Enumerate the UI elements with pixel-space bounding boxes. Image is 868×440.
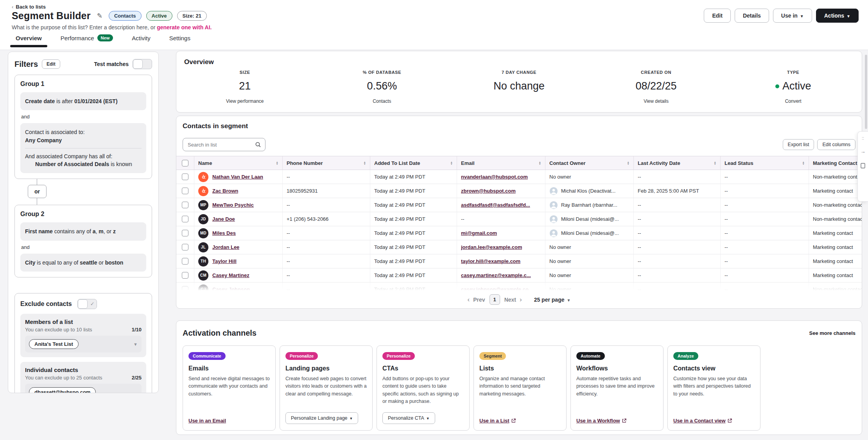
use-in-button[interactable]: Use in▼ <box>773 9 812 23</box>
prev-button[interactable]: Prev <box>473 297 485 303</box>
tab-performance[interactable]: PerformanceNew <box>61 34 113 47</box>
external-link-icon <box>622 419 626 423</box>
added-date-cell: Today at 2:49 PM PDT <box>370 170 457 184</box>
page-scrollbar[interactable] <box>865 55 867 129</box>
edit-button[interactable]: Edit <box>704 9 730 23</box>
contact-email-link[interactable]: zbrown@hubspot.com <box>461 188 516 194</box>
exclude-lists-title: Members of a list <box>25 318 142 325</box>
filters-edit-button[interactable]: Edit <box>42 59 60 69</box>
exclude-individuals-select[interactable]: dbassett@hubspo.com janguyen@hubspot.com… <box>25 384 142 393</box>
row-checkbox[interactable] <box>182 173 188 180</box>
use-in-contact-view-link[interactable]: Use in a Contact view <box>673 418 732 424</box>
row-checkbox[interactable] <box>182 244 188 250</box>
next-button[interactable]: Next <box>504 297 516 303</box>
contact-email-link[interactable]: jordan.lee@example.com <box>461 244 522 250</box>
channel-card-ctas: Personalize CTAs Add buttons or pop-ups … <box>377 345 470 431</box>
row-checkbox[interactable] <box>182 258 188 265</box>
contact-name-link[interactable]: Jordan Lee <box>212 244 239 250</box>
external-link-icon <box>728 419 732 423</box>
per-page-select[interactable]: 25 per page▼ <box>534 297 571 303</box>
exclude-toggle[interactable]: ✓ <box>77 299 97 309</box>
convert-link[interactable]: Convert <box>725 98 862 104</box>
owner-cell: Miloni Desai (midesai@... <box>561 216 619 222</box>
contact-email-link[interactable]: nvanderlaan@hubspot.com <box>461 174 528 180</box>
select-all-checkbox[interactable] <box>182 160 188 166</box>
hubspot-avatar <box>198 186 208 196</box>
contact-name-link[interactable]: MewTwo Psychic <box>212 202 254 208</box>
or-badge: or <box>28 185 47 198</box>
use-in-workflow-link[interactable]: Use in a Workflow <box>576 418 626 424</box>
filter-row-association[interactable]: Contact is associated to: Any Company An… <box>20 123 146 173</box>
sort-icon: ▲▼ <box>276 161 278 165</box>
column-header-name[interactable]: Name▲▼ <box>194 156 283 170</box>
generate-ai-link[interactable]: generate one with AI. <box>157 24 212 30</box>
test-matches-toggle[interactable] <box>133 59 152 69</box>
stat-database-pct: % OF DATABASE 0.56% Contacts <box>314 70 451 104</box>
edit-columns-button[interactable]: Edit columns <box>817 139 855 150</box>
tab-settings[interactable]: Settings <box>169 35 190 47</box>
last-activity-cell: -- <box>634 283 721 290</box>
row-checkbox[interactable] <box>182 286 188 290</box>
collapse-arrow-icon[interactable]: → <box>861 149 866 154</box>
contact-name-link[interactable]: Zac Brown <box>212 188 238 194</box>
tab-overview[interactable]: Overview <box>16 35 42 47</box>
overview-title: Overview <box>184 58 854 66</box>
back-to-lists-link[interactable]: ‹Back to lists <box>12 4 46 10</box>
chevron-down-icon: ▼ <box>426 417 430 420</box>
contact-email-link[interactable]: taylor.hill@example.com <box>461 258 520 264</box>
column-header-email[interactable]: Email▲▼ <box>457 156 545 170</box>
page-title: Segment Builder <box>12 10 91 21</box>
contact-name-link[interactable]: Casey Johnson <box>212 286 250 290</box>
activation-title: Activation channels <box>183 329 256 338</box>
search-input[interactable] <box>183 138 249 151</box>
use-in-email-link[interactable]: Use in an Email <box>188 418 226 424</box>
marketing-status-cell: Marketing contact <box>809 226 862 240</box>
tab-activity[interactable]: Activity <box>132 35 151 47</box>
see-more-channels-link[interactable]: See more channels <box>809 330 856 336</box>
table-body: Nathan Van Der Laan -- Today at 2:49 PM … <box>176 170 862 290</box>
personalize-cta-button[interactable]: Personalize CTA▼ <box>382 412 435 424</box>
row-checkbox[interactable] <box>182 230 188 236</box>
column-header-marketing-status[interactable]: Marketing Contact Status <box>809 156 862 170</box>
use-in-list-link[interactable]: Use in a List <box>479 418 516 424</box>
tab-bar: Overview PerformanceNew Activity Setting… <box>16 34 190 47</box>
contact-name-link[interactable]: Jane Doe <box>212 216 235 222</box>
clipboard-icon[interactable] <box>860 163 866 169</box>
contact-name-link[interactable]: Taylor Hill <box>212 258 237 264</box>
filter-row-create-date[interactable]: Create date is after 01/01/2024 (EST) <box>20 92 146 110</box>
filter-row-first-name[interactable]: First name contains any of a, m, or z <box>20 222 146 240</box>
overview-card: Overview SIZE 21 View performance % OF D… <box>176 51 862 113</box>
exclude-lists-select[interactable]: Anita's Test List ▼ <box>25 336 142 352</box>
contact-name-link[interactable]: Nathan Van Der Laan <box>212 174 263 180</box>
column-header-last-activity[interactable]: Last Activity Date▲▼ <box>634 156 721 170</box>
prev-chevron-icon[interactable]: ‹ <box>468 296 470 304</box>
column-header-added[interactable]: Added To List Date▲▼ <box>370 156 457 170</box>
column-header-lead-status[interactable]: Lead Status▲▼ <box>721 156 809 170</box>
chevron-down-icon[interactable]: ▼ <box>133 342 138 347</box>
view-details-link[interactable]: View details <box>588 98 725 104</box>
next-chevron-icon[interactable]: › <box>520 296 522 304</box>
filter-row-city[interactable]: City is equal to any of seattle or bosto… <box>20 254 146 272</box>
contacts-link[interactable]: Contacts <box>314 98 451 104</box>
personalize-landing-page-button[interactable]: Personalize Landing page▼ <box>285 412 358 424</box>
row-checkbox[interactable] <box>182 202 188 208</box>
details-button[interactable]: Details <box>735 9 769 23</box>
contact-email-link[interactable]: mi@gmail.com <box>461 230 497 236</box>
column-header-owner[interactable]: Contact Owner▲▼ <box>545 156 634 170</box>
edit-name-pencil-icon[interactable]: ✎ <box>97 12 102 20</box>
contact-name-link[interactable]: Casey Martinez <box>212 272 249 278</box>
side-panel-handle[interactable]: ···· → <box>857 131 868 202</box>
actions-button[interactable]: Actions▼ <box>816 9 859 23</box>
row-checkbox[interactable] <box>182 216 188 222</box>
view-performance-link[interactable]: View performance <box>176 98 314 104</box>
contact-email-link[interactable]: casey.johnson@example.co <box>461 286 529 290</box>
row-checkbox[interactable] <box>182 188 188 194</box>
row-checkbox[interactable] <box>182 272 188 279</box>
contact-name-link[interactable]: Miles Des <box>212 230 236 236</box>
page-number[interactable]: 1 <box>490 294 500 305</box>
contact-email-link[interactable]: casey.martinez@example.c... <box>461 272 531 278</box>
contact-email-link[interactable]: asdfasdfasdf@asdfasfsdfd... <box>461 202 530 208</box>
filter-group-2: Group 2 First name contains any of a, m,… <box>14 205 152 277</box>
column-header-phone[interactable]: Phone Number▲▼ <box>283 156 370 170</box>
export-list-button[interactable]: Export list <box>783 139 814 150</box>
